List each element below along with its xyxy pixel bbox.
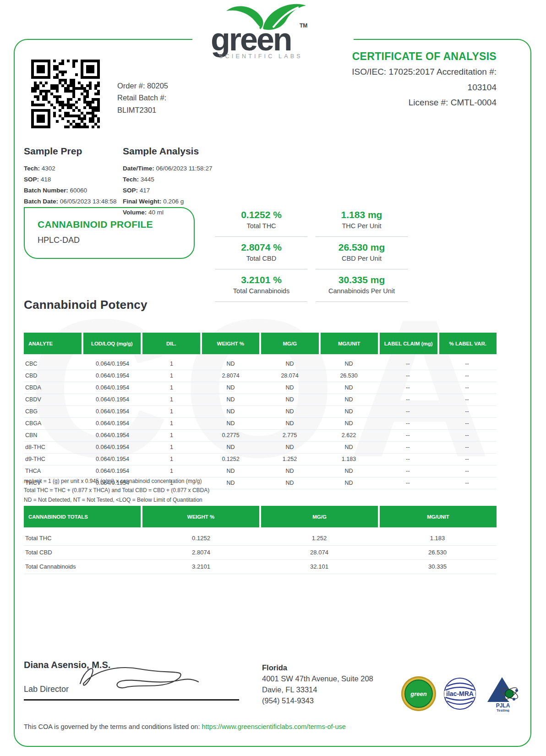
logo-tm-mark: TM bbox=[300, 22, 307, 29]
table-cell: CBDV bbox=[24, 394, 83, 405]
table-cell: -- bbox=[437, 358, 497, 370]
table-cell: -- bbox=[437, 477, 497, 489]
footnote-line: Total THC = THC + (0.877 x THCA) and Tot… bbox=[24, 486, 209, 495]
table-cell: -- bbox=[437, 418, 497, 429]
table-cell: 28.074 bbox=[260, 546, 378, 559]
sample-analysis-title: Sample Analysis bbox=[123, 146, 212, 157]
column-header: WEIGHT % bbox=[142, 506, 259, 527]
green-seal-label: green bbox=[404, 679, 433, 708]
terms-of-use-link[interactable]: https://www.greenscientificlabs.com/term… bbox=[202, 723, 345, 730]
table-cell: d9-THC bbox=[24, 454, 83, 465]
cannabinoid-totals-table: CANNABINOID TOTALSWEIGHT %MG/GMG/UNIT To… bbox=[24, 506, 497, 574]
table-row: CBDA0.064/0.19541NDNDND---- bbox=[24, 382, 497, 394]
table-cell: 1 bbox=[142, 394, 201, 405]
table-cell: ND bbox=[319, 406, 378, 417]
column-header: MG/G bbox=[261, 506, 378, 527]
field-row: SOP: 418 bbox=[24, 174, 117, 185]
table-cell: 26.530 bbox=[378, 546, 497, 559]
table-cell: 28.074 bbox=[260, 370, 319, 382]
accreditation-line: ISO/IEC: 17025:2017 Accreditation #: bbox=[352, 66, 497, 78]
table-cell: 0.064/0.1954 bbox=[83, 418, 142, 429]
table-cell: 2.8074 bbox=[142, 546, 260, 559]
table-cell: 0.064/0.1954 bbox=[83, 394, 142, 405]
table-cell: -- bbox=[437, 430, 497, 441]
cannabinoid-potency-title: Cannabinoid Potency bbox=[24, 298, 147, 312]
qr-code bbox=[31, 60, 100, 130]
field-label: SOP: bbox=[123, 187, 138, 194]
table-cell: 30.335 bbox=[378, 560, 497, 574]
field-row: Final Weight: 0.206 g bbox=[123, 196, 212, 207]
summary-label: THC Per Unit bbox=[316, 222, 408, 230]
lab-director-role: Lab Director bbox=[24, 685, 69, 694]
field-label: SOP: bbox=[24, 176, 39, 183]
logo-tagline: SCIENTIFIC LABS bbox=[219, 53, 303, 60]
lab-phone: (954) 514-9343 bbox=[262, 696, 373, 707]
potency-table-body: CBC0.064/0.19541NDNDND----CBD0.064/0.195… bbox=[24, 358, 497, 489]
table-cell: ND bbox=[319, 418, 378, 429]
table-cell: ND bbox=[201, 406, 260, 417]
ilac-mra-label: ilac-MRA bbox=[446, 690, 474, 697]
table-cell: ND bbox=[260, 418, 319, 429]
field-label: Tech: bbox=[123, 176, 139, 183]
table-cell: CBG bbox=[24, 406, 83, 417]
table-cell: -- bbox=[437, 394, 497, 405]
summary-label: Total THC bbox=[215, 222, 307, 230]
table-cell: CBC bbox=[24, 358, 83, 370]
footer-text: This COA is governed by the terms and co… bbox=[24, 723, 200, 730]
analysis-method: HPLC-DAD bbox=[38, 236, 194, 245]
summary-cannabinoids-per-unit: 30.335 mg Cannabinoids Per Unit bbox=[316, 269, 408, 302]
table-cell: -- bbox=[437, 406, 497, 417]
table-cell: 1 bbox=[142, 382, 201, 394]
column-header: MG/UNIT bbox=[380, 506, 497, 527]
footer: This COA is governed by the terms and co… bbox=[24, 723, 346, 730]
table-cell: ND bbox=[260, 466, 319, 477]
footnote-line: mg/unit = 1 (g) per unit x 0.945 (g/ml) … bbox=[24, 477, 209, 486]
table-cell: CBDA bbox=[24, 382, 83, 394]
table-cell: -- bbox=[378, 430, 437, 441]
table-row: Total Cannabinoids3.210132.10130.335 bbox=[24, 560, 497, 574]
table-cell: 0.2775 bbox=[201, 430, 260, 441]
table-cell: 1 bbox=[142, 466, 201, 477]
table-cell: 26.530 bbox=[319, 370, 378, 382]
totals-table-header: CANNABINOID TOTALSWEIGHT %MG/GMG/UNIT bbox=[24, 506, 497, 527]
table-cell: ND bbox=[201, 418, 260, 429]
footnote-line: ND = Not Detected, NT = Not Tested, <LOQ… bbox=[24, 495, 209, 504]
table-cell: 32.101 bbox=[260, 560, 378, 574]
summary-total-thc: 0.1252 % Total THC bbox=[215, 204, 307, 237]
summary-value: 3.2101 % bbox=[215, 274, 307, 285]
table-cell: -- bbox=[378, 454, 437, 465]
table-cell: -- bbox=[437, 442, 497, 453]
table-cell: Total CBD bbox=[24, 546, 142, 559]
cannabinoid-profile-box: CANNABINOID PROFILE HPLC-DAD bbox=[24, 207, 195, 259]
table-cell: CBGA bbox=[24, 418, 83, 429]
column-header: % LABEL VAR. bbox=[439, 333, 497, 354]
table-cell: 0.064/0.1954 bbox=[83, 358, 142, 370]
summary-value: 1.183 mg bbox=[316, 209, 408, 220]
table-cell: ND bbox=[201, 442, 260, 453]
table-cell: 0.064/0.1954 bbox=[83, 382, 142, 394]
summary-cbd-per-unit: 26.530 mg CBD Per Unit bbox=[316, 237, 408, 269]
table-cell: 1 bbox=[142, 430, 201, 441]
green-scientific-labs-logo: green TM SCIENTIFIC LABS bbox=[192, 3, 354, 61]
summary-label: Cannabinoids Per Unit bbox=[316, 287, 408, 295]
summary-label: CBD Per Unit bbox=[316, 255, 408, 262]
column-header: ANALYTE bbox=[24, 333, 82, 354]
summary-label: Total Cannabinoids bbox=[215, 287, 307, 295]
table-cell: -- bbox=[437, 382, 497, 394]
column-header: DIL. bbox=[142, 333, 200, 354]
table-cell: 0.064/0.1954 bbox=[83, 406, 142, 417]
table-cell: ND bbox=[201, 394, 260, 405]
table-cell: -- bbox=[437, 370, 497, 382]
table-cell: 1 bbox=[142, 406, 201, 417]
accreditation-number: 103104 bbox=[352, 81, 497, 94]
table-cell: Total Cannabinoids bbox=[24, 560, 142, 574]
table-cell: ND bbox=[260, 442, 319, 453]
table-cell: ND bbox=[201, 358, 260, 370]
field-row: SOP: 417 bbox=[123, 185, 212, 196]
table-row: CBC0.064/0.19541NDNDND---- bbox=[24, 358, 497, 370]
table-cell: Total THC bbox=[24, 531, 142, 545]
field-row: Batch Number: 60060 bbox=[24, 185, 117, 196]
table-cell: CBN bbox=[24, 430, 83, 441]
table-cell: -- bbox=[437, 466, 497, 477]
leaf-logo-icon: green TM SCIENTIFIC LABS bbox=[204, 3, 342, 60]
